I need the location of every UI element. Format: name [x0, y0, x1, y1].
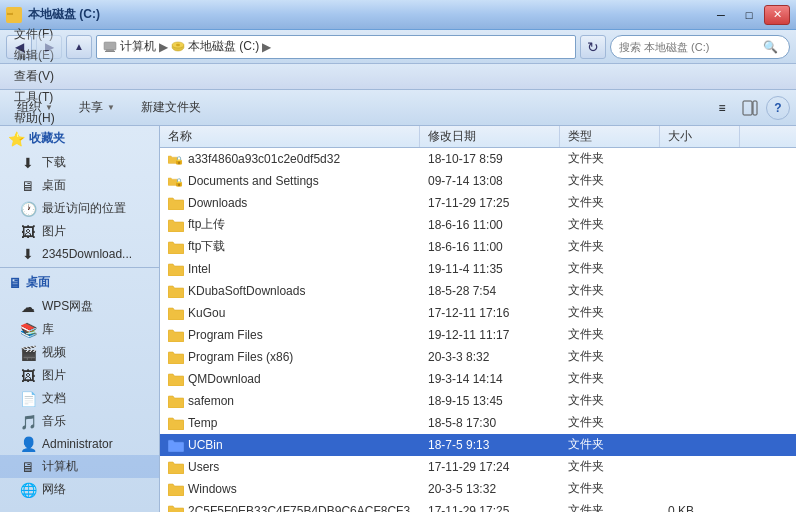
sidebar-item-label-computer: 计算机: [42, 458, 78, 475]
sidebar-item-label-videos: 视频: [42, 344, 66, 361]
file-name: 🔒Documents and Settings: [160, 174, 420, 188]
table-row[interactable]: Program Files (x86)20-3-3 8:32文件夹: [160, 346, 796, 368]
sidebar-item-recent[interactable]: 🕐最近访问的位置: [0, 197, 159, 220]
file-name: UCBin: [160, 438, 420, 452]
forward-button[interactable]: ▶: [36, 35, 62, 59]
sidebar-item-icon-admin: 👤: [20, 436, 36, 452]
col-header-type[interactable]: 类型: [560, 126, 660, 147]
svg-rect-3: [104, 42, 116, 50]
sidebar-item-library[interactable]: 📚库: [0, 318, 159, 341]
organize-button[interactable]: 组织 ▼: [6, 94, 64, 121]
table-row[interactable]: Users17-11-29 17:24文件夹: [160, 456, 796, 478]
search-input[interactable]: [619, 41, 759, 53]
table-row[interactable]: safemon18-9-15 13:45文件夹: [160, 390, 796, 412]
table-row[interactable]: QMDownload19-3-14 14:14文件夹: [160, 368, 796, 390]
file-date: 19-3-14 14:14: [420, 372, 560, 386]
file-list[interactable]: 🔒a33f4860a93c01c2e0df5d3218-10-17 8:59文件…: [160, 148, 796, 512]
sidebar-item-pictures[interactable]: 🖼图片: [0, 220, 159, 243]
sidebar-item-network[interactable]: 🌐网络: [0, 478, 159, 501]
sidebar-item-icon-downloads2: ⬇: [20, 246, 36, 262]
file-name-text: KDubaSoftDownloads: [188, 284, 305, 298]
table-row[interactable]: 🔒Documents and Settings09-7-14 13:08文件夹: [160, 170, 796, 192]
file-date: 18-5-8 17:30: [420, 416, 560, 430]
sidebar-item-downloads2[interactable]: ⬇2345Download...: [0, 243, 159, 265]
sidebar: ⭐收藏夹⬇下载🖥桌面🕐最近访问的位置🖼图片⬇2345Download...🖥桌面…: [0, 126, 160, 512]
preview-button[interactable]: [738, 96, 762, 120]
table-row[interactable]: Downloads17-11-29 17:25文件夹: [160, 192, 796, 214]
sidebar-item-music[interactable]: 🎵音乐: [0, 410, 159, 433]
close-button[interactable]: ✕: [764, 5, 790, 25]
search-box[interactable]: 🔍: [610, 35, 790, 59]
file-type: 文件夹: [560, 436, 660, 453]
help-button[interactable]: ?: [766, 96, 790, 120]
organize-label: 组织: [17, 99, 41, 116]
sidebar-item-admin[interactable]: 👤Administrator: [0, 433, 159, 455]
table-row[interactable]: Windows20-3-5 13:32文件夹: [160, 478, 796, 500]
sidebar-item-download[interactable]: ⬇下载: [0, 151, 159, 174]
file-name-text: Program Files (x86): [188, 350, 293, 364]
sidebar-item-docs[interactable]: 📄文档: [0, 387, 159, 410]
file-name: safemon: [160, 394, 420, 408]
file-name: Program Files: [160, 328, 420, 342]
menu-item-V[interactable]: 查看(V): [6, 66, 63, 87]
view-toggle-button[interactable]: ≡: [710, 96, 734, 120]
table-row[interactable]: 🔒a33f4860a93c01c2e0df5d3218-10-17 8:59文件…: [160, 148, 796, 170]
sidebar-item-wps[interactable]: ☁WPS网盘: [0, 295, 159, 318]
new-folder-button[interactable]: 新建文件夹: [130, 94, 212, 121]
folder-icon: [168, 218, 184, 232]
title-bar: 本地磁盘 (C:) ─ □ ✕: [0, 0, 796, 30]
table-row[interactable]: Temp18-5-8 17:30文件夹: [160, 412, 796, 434]
col-header-name[interactable]: 名称: [160, 126, 420, 147]
col-size-label: 大小: [668, 128, 692, 145]
file-date: 17-11-29 17:25: [420, 504, 560, 513]
sidebar-item-icon-videos: 🎬: [20, 345, 36, 361]
sidebar-container: ⭐收藏夹⬇下载🖥桌面🕐最近访问的位置🖼图片⬇2345Download...🖥桌面…: [0, 126, 159, 501]
file-name: QMDownload: [160, 372, 420, 386]
file-type: 文件夹: [560, 304, 660, 321]
address-bar: ◀ ▶ ▲ 计算机 ▶ 本地磁盘 (C:) ▶ ↻ 🔍: [0, 30, 796, 64]
file-date: 17-12-11 17:16: [420, 306, 560, 320]
file-date: 18-7-5 9:13: [420, 438, 560, 452]
breadcrumb-sep2: ▶: [262, 40, 271, 54]
folder-icon: [168, 306, 184, 320]
file-date: 09-7-14 13:08: [420, 174, 560, 188]
sidebar-section-header-1[interactable]: 🖥桌面: [0, 270, 159, 295]
col-type-label: 类型: [568, 128, 592, 145]
sidebar-item-icon-network: 🌐: [20, 482, 36, 498]
col-header-size[interactable]: 大小: [660, 126, 740, 147]
file-type: 文件夹: [560, 502, 660, 512]
maximize-button[interactable]: □: [736, 5, 762, 25]
svg-point-9: [176, 43, 180, 45]
sidebar-item-computer[interactable]: 🖥计算机: [0, 455, 159, 478]
file-type: 文件夹: [560, 458, 660, 475]
file-date: 19-12-11 11:17: [420, 328, 560, 342]
file-type: 文件夹: [560, 194, 660, 211]
folder-icon: [168, 328, 184, 342]
table-row[interactable]: 2C5F5F0EB33C4F75B4DB9C6ACF8CF3...17-11-2…: [160, 500, 796, 512]
col-header-date[interactable]: 修改日期: [420, 126, 560, 147]
sidebar-item-pics[interactable]: 🖼图片: [0, 364, 159, 387]
sidebar-item-desktop[interactable]: 🖥桌面: [0, 174, 159, 197]
sidebar-item-label-docs: 文档: [42, 390, 66, 407]
refresh-button[interactable]: ↻: [580, 35, 606, 59]
table-row[interactable]: Intel19-11-4 11:35文件夹: [160, 258, 796, 280]
file-name-text: Program Files: [188, 328, 263, 342]
sidebar-item-videos[interactable]: 🎬视频: [0, 341, 159, 364]
share-button[interactable]: 共享 ▼: [68, 94, 126, 121]
folder-icon: [168, 482, 184, 496]
file-name-text: ftp上传: [188, 216, 225, 233]
minimize-button[interactable]: ─: [708, 5, 734, 25]
table-row[interactable]: Program Files19-12-11 11:17文件夹: [160, 324, 796, 346]
table-row[interactable]: KDubaSoftDownloads18-5-28 7:54文件夹: [160, 280, 796, 302]
up-button[interactable]: ▲: [66, 35, 92, 59]
table-row[interactable]: ftp上传18-6-16 11:00文件夹: [160, 214, 796, 236]
window-controls[interactable]: ─ □ ✕: [708, 5, 790, 25]
sidebar-item-icon-download: ⬇: [20, 155, 36, 171]
sidebar-section-header-0[interactable]: ⭐收藏夹: [0, 126, 159, 151]
table-row[interactable]: KuGou17-12-11 17:16文件夹: [160, 302, 796, 324]
table-row[interactable]: UCBin18-7-5 9:13文件夹: [160, 434, 796, 456]
svg-rect-6: [105, 51, 115, 52]
table-row[interactable]: ftp下载18-6-16 11:00文件夹: [160, 236, 796, 258]
address-input[interactable]: 计算机 ▶ 本地磁盘 (C:) ▶: [96, 35, 576, 59]
menu-bar: 文件(F)编辑(E)查看(V)工具(T)帮助(H): [0, 64, 796, 90]
